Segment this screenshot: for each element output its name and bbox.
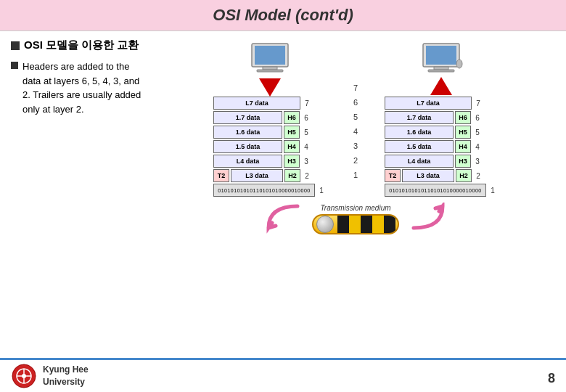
h3-left: H3 xyxy=(284,155,300,168)
footer-university-text: Kyung Hee University xyxy=(43,364,89,388)
middle-numbers: 7 6 5 4 3 2 1 xyxy=(348,81,363,181)
layer-row-6-right: 1.7 data H6 6 xyxy=(385,111,498,124)
l4-data-left: 1.5 data xyxy=(213,140,282,153)
layer-row-5-left: 1.6 data H5 5 xyxy=(213,126,327,139)
left-osi-diagram: L7 data 7 1.7 data H6 6 1.6 data H5 5 xyxy=(213,42,327,197)
svg-rect-7 xyxy=(428,70,454,72)
computer-icon-left xyxy=(248,42,292,77)
l6-data-left: 1.7 data xyxy=(213,111,282,124)
layer-row-3-left: L4 data H3 3 xyxy=(213,155,327,168)
arrow-up-right xyxy=(430,77,452,95)
h6-left: H6 xyxy=(284,111,300,124)
svg-point-11 xyxy=(22,374,26,378)
layer-row-7-right: L7 data 7 xyxy=(385,97,498,110)
l7-data-left: L7 data xyxy=(213,97,300,110)
svg-rect-6 xyxy=(434,67,448,70)
transmission-row: Transmission medium xyxy=(265,203,446,235)
layer-row-4-right: 1.5 data H4 4 xyxy=(385,140,498,153)
l2-data-right: L3 data xyxy=(402,169,454,182)
h4-left: H4 xyxy=(284,140,300,153)
bullet-icon xyxy=(11,41,20,50)
svg-rect-3 xyxy=(257,70,283,72)
transmission-medium: Transmission medium xyxy=(312,204,399,234)
diagrams-row: L7 data 7 1.7 data H6 6 1.6 data H5 5 xyxy=(213,42,498,197)
l3-data-right: L4 data xyxy=(385,155,454,168)
h6-right: H6 xyxy=(455,111,471,124)
page-title: OSI Model (cont'd) xyxy=(0,0,566,31)
l4-data-right: 1.5 data xyxy=(385,140,454,153)
medium-ball xyxy=(316,216,334,233)
l5-data-left: 1.6 data xyxy=(213,126,282,139)
right-osi-diagram: L7 data 7 1.7 data H6 6 1.6 data H5 5 xyxy=(385,42,498,197)
h4-right: H4 xyxy=(455,140,471,153)
l1-binary-right: 01010101010110101010000010000 xyxy=(385,184,486,197)
t2-right: T2 xyxy=(385,169,401,182)
left-text-panel: OSI 모델을 이용한 교환 Headers are added to the … xyxy=(11,38,156,380)
svg-rect-1 xyxy=(255,46,285,65)
l5-data-right: 1.6 data xyxy=(385,126,454,139)
svg-point-8 xyxy=(456,60,462,68)
layer-row-2-left: T2 L3 data H2 2 xyxy=(213,169,327,182)
l6-data-right: 1.7 data xyxy=(385,111,454,124)
transmission-label: Transmission medium xyxy=(320,204,390,212)
section-heading: OSI 모델을 이용한 교환 xyxy=(11,38,149,52)
layer-row-5-right: 1.6 data H5 5 xyxy=(385,126,498,139)
t2-left: T2 xyxy=(213,169,229,182)
sub-bullet-icon xyxy=(11,62,18,69)
h2-right: H2 xyxy=(456,169,472,182)
svg-rect-2 xyxy=(263,67,277,70)
transmission-area: Transmission medium xyxy=(156,203,555,235)
computer-icon-right xyxy=(419,42,463,77)
layer-row-1-left: 01010101010110101010000010000 1 xyxy=(213,184,327,197)
right-layer-stack: L7 data 7 1.7 data H6 6 1.6 data H5 5 xyxy=(385,97,498,197)
sub-bullet-text: Headers are added to the data at layers … xyxy=(11,60,149,116)
layer-row-6-left: 1.7 data H6 6 xyxy=(213,111,327,124)
l7-data-right: L7 data xyxy=(385,97,472,110)
l2-data-left: L3 data xyxy=(231,169,283,182)
layer-row-4-left: 1.5 data H4 4 xyxy=(213,140,327,153)
medium-checker xyxy=(337,216,395,233)
arrow-down-left xyxy=(259,78,281,97)
university-logo xyxy=(11,363,37,389)
curved-arrow-right-icon xyxy=(406,203,446,235)
layer-row-2-right: T2 L3 data H2 2 xyxy=(385,169,498,182)
l1-binary-left: 01010101010110101010000010000 xyxy=(213,184,315,197)
diagram-panel: L7 data 7 1.7 data H6 6 1.6 data H5 5 xyxy=(156,38,555,380)
svg-rect-5 xyxy=(426,46,456,65)
h2-left: H2 xyxy=(284,169,300,182)
layer-row-3-right: L4 data H3 3 xyxy=(385,155,498,168)
curved-arrow-left-icon xyxy=(265,203,305,235)
layer-row-1-right: 01010101010110101010000010000 1 xyxy=(385,184,498,197)
left-layer-stack: L7 data 7 1.7 data H6 6 1.6 data H5 5 xyxy=(213,97,327,197)
h5-left: H5 xyxy=(284,126,300,139)
h5-right: H5 xyxy=(455,126,471,139)
medium-tube xyxy=(312,214,399,234)
h3-right: H3 xyxy=(455,155,471,168)
layer-row-7-left: L7 data 7 xyxy=(213,97,327,110)
footer: Kyung Hee University xyxy=(0,358,566,392)
l3-data-left: L4 data xyxy=(213,155,282,168)
page-number: 8 xyxy=(548,371,555,386)
